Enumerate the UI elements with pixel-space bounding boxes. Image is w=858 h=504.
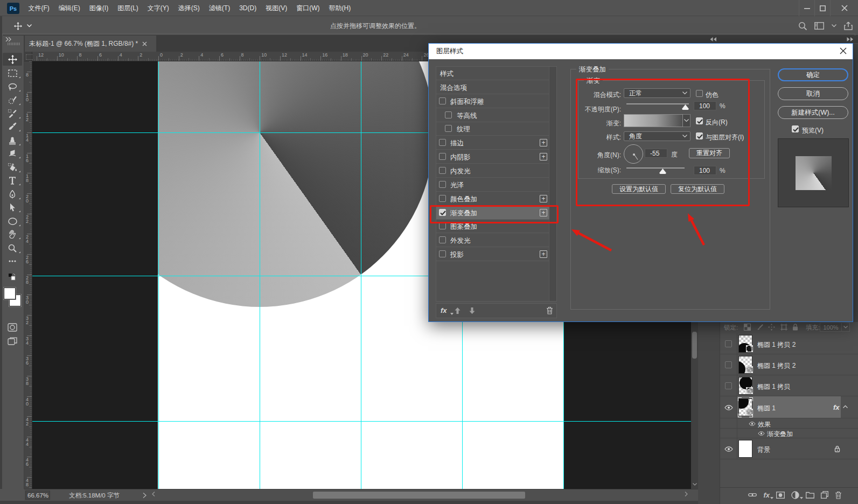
style-item-checkbox[interactable]: [439, 195, 446, 202]
menu-窗口(W)[interactable]: 窗口(W): [292, 0, 324, 16]
eye-icon[interactable]: [724, 405, 733, 410]
eye-icon[interactable]: [749, 422, 756, 426]
quick-mask-icon[interactable]: [3, 321, 22, 334]
layer-thumbnail[interactable]: [739, 440, 752, 457]
menu-文件(F)[interactable]: 文件(F): [24, 0, 54, 16]
menu-编辑(E)[interactable]: 编辑(E): [54, 0, 85, 16]
menu-3D(D)[interactable]: 3D(D): [235, 0, 261, 16]
trash-icon[interactable]: [546, 306, 553, 314]
cancel-button[interactable]: 取消: [778, 87, 848, 100]
trash-icon[interactable]: [835, 491, 842, 499]
style-item-checkbox[interactable]: [439, 97, 446, 104]
plus-icon[interactable]: +: [540, 195, 547, 202]
ok-button[interactable]: 确定: [778, 68, 848, 81]
visibility-checkbox[interactable]: [725, 382, 732, 389]
maximize-button[interactable]: [814, 0, 830, 16]
close-window-button[interactable]: [830, 0, 858, 16]
pen-tool[interactable]: [3, 188, 22, 201]
vertical-ruler[interactable]: 8101214161820222426283032343638404244464…: [24, 61, 32, 489]
plus-icon[interactable]: +: [540, 139, 547, 146]
scroll-right-arrow-icon[interactable]: [685, 492, 688, 496]
lock-artboard-icon[interactable]: [780, 324, 787, 331]
preview-checkbox[interactable]: [792, 125, 799, 132]
more-tools[interactable]: [3, 255, 22, 268]
style-item-样式[interactable]: 样式: [436, 67, 549, 80]
lasso-tool[interactable]: [3, 80, 22, 93]
new-style-button[interactable]: 新建样式(W)...: [778, 106, 848, 119]
style-item-纹理[interactable]: 纹理: [436, 122, 549, 136]
guide-horizontal[interactable]: [32, 421, 691, 422]
arrow-up-icon[interactable]: [455, 307, 461, 314]
style-item-checkbox[interactable]: [439, 167, 446, 174]
style-item-checkbox[interactable]: [439, 181, 446, 188]
collapse-effects-icon[interactable]: [843, 405, 848, 408]
menu-滤镜(T)[interactable]: 滤镜(T): [204, 0, 234, 16]
folder-icon[interactable]: [806, 492, 814, 499]
bucket-tool[interactable]: [3, 161, 22, 174]
status-info-chevron[interactable]: [143, 489, 147, 501]
color-swatches[interactable]: [4, 288, 22, 310]
menu-图层(L)[interactable]: 图层(L): [113, 0, 143, 16]
brush-tool[interactable]: [3, 120, 22, 133]
style-item-光泽[interactable]: 光泽: [436, 178, 549, 192]
style-item-等高线[interactable]: 等高线: [436, 109, 549, 122]
arrow-down-icon[interactable]: [469, 307, 475, 314]
close-icon[interactable]: [840, 47, 847, 54]
swap-colors-icon[interactable]: [3, 270, 22, 283]
horizontal-scrollbar-thumb[interactable]: [313, 492, 525, 499]
style-item-内发光[interactable]: 内发光: [436, 164, 549, 178]
style-item-内阴影[interactable]: 内阴影+: [436, 150, 549, 164]
ellipse-shape-with-angle-gradient[interactable]: [158, 61, 434, 307]
layer-row[interactable]: 椭圆 1 拷贝 2: [720, 354, 858, 375]
visibility-checkbox[interactable]: [725, 340, 732, 347]
minimize-button[interactable]: [799, 0, 814, 16]
path-select-tool[interactable]: [3, 201, 22, 214]
menu-图像(I)[interactable]: 图像(I): [85, 0, 113, 16]
style-item-checkbox[interactable]: [445, 125, 452, 132]
lock-pixels-icon[interactable]: [757, 324, 763, 331]
scroll-left-arrow-icon[interactable]: [152, 492, 155, 496]
double-chevron-right-icon[interactable]: [847, 37, 854, 41]
style-item-斜面和浮雕[interactable]: 斜面和浮雕: [436, 95, 549, 108]
layer-row[interactable]: 效果: [720, 418, 858, 429]
document-tab[interactable]: 未标题-1 @ 66.7% (椭圆 1, RGB/8#) *: [25, 36, 156, 52]
style-item-混合选项[interactable]: 混合选项: [436, 81, 549, 94]
fx-icon[interactable]: fx: [763, 491, 770, 499]
eye-icon[interactable]: [724, 446, 733, 452]
chevron-down-icon[interactable]: [842, 323, 850, 332]
layer-row[interactable]: 椭圆 1fx: [720, 396, 858, 418]
chevron-down-icon[interactable]: [832, 24, 836, 27]
link-icon[interactable]: [748, 492, 757, 498]
lock-position-icon[interactable]: [768, 324, 775, 331]
style-item-描边[interactable]: 描边+: [436, 136, 549, 150]
lock-all-icon[interactable]: [792, 324, 798, 331]
style-item-checkbox[interactable]: [439, 250, 446, 257]
fx-icon[interactable]: fx: [441, 306, 447, 314]
plus-icon[interactable]: +: [540, 250, 547, 258]
search-icon[interactable]: [798, 22, 807, 30]
move-tool[interactable]: [3, 53, 22, 66]
zoom-level-field[interactable]: 66.67%: [25, 491, 50, 500]
menu-视图(V)[interactable]: 视图(V): [261, 0, 292, 16]
styles-list-scrollbar[interactable]: [549, 67, 556, 301]
style-item-checkbox[interactable]: [439, 139, 446, 146]
hand-tool[interactable]: [3, 228, 22, 241]
eye-icon[interactable]: [758, 431, 765, 436]
fill-value-field[interactable]: 100%: [820, 323, 842, 332]
style-item-checkbox[interactable]: [439, 236, 446, 243]
zoom-tool[interactable]: [3, 242, 22, 255]
ruler-origin-corner[interactable]: [24, 52, 32, 61]
double-chevron-right-icon[interactable]: [5, 37, 12, 41]
style-item-checkbox[interactable]: [439, 153, 446, 160]
double-chevron-left-icon[interactable]: [710, 37, 717, 41]
quick-select-tool[interactable]: [3, 94, 22, 107]
style-item-颜色叠加[interactable]: 颜色叠加+: [436, 192, 549, 206]
mask-icon[interactable]: [776, 492, 785, 499]
ellipse-tool[interactable]: [3, 215, 22, 228]
menu-文字(Y)[interactable]: 文字(Y): [143, 0, 173, 16]
plus-icon[interactable]: +: [540, 153, 547, 160]
layer-row[interactable]: 椭圆 1 拷贝 2: [720, 333, 858, 354]
adjust-icon[interactable]: [791, 491, 799, 499]
marquee-tool[interactable]: [3, 67, 22, 80]
menu-帮助(H)[interactable]: 帮助(H): [324, 0, 355, 16]
